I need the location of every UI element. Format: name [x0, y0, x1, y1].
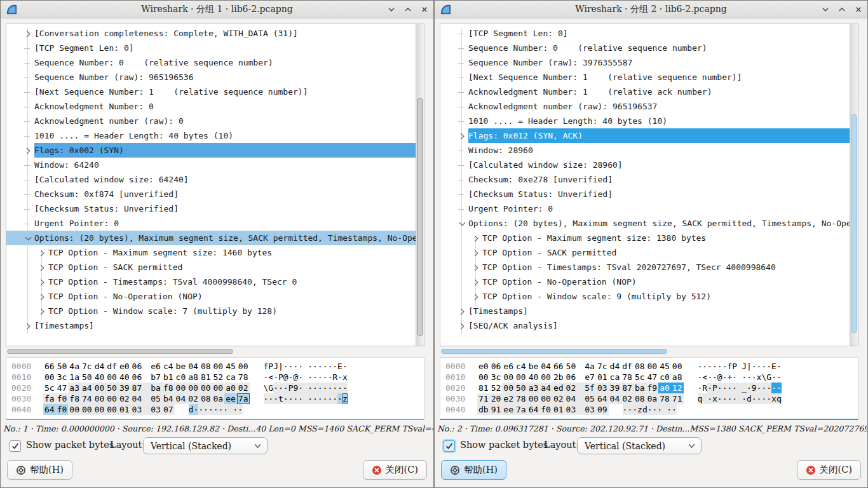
hex-byte[interactable]: 2b	[552, 372, 565, 383]
hex-byte[interactable]: 01	[552, 404, 565, 415]
ascii-char[interactable]: ·	[223, 404, 228, 415]
ascii-char[interactable]: ·	[761, 361, 766, 372]
ascii-char[interactable]: ·	[662, 404, 672, 415]
ascii-char[interactable]: P	[732, 361, 737, 372]
vertical-scrollbar[interactable]	[416, 24, 424, 346]
hex-byte[interactable]: 01	[118, 404, 131, 415]
hex-byte[interactable]: 00	[671, 361, 684, 372]
ascii-char[interactable]: ·	[722, 361, 728, 372]
ascii-char[interactable]: ·	[318, 361, 323, 372]
hex-byte[interactable]: e2	[502, 393, 515, 404]
ascii-char[interactable]: ·	[208, 404, 214, 415]
hex-byte[interactable]: 04	[131, 393, 144, 404]
hex-byte[interactable]: 0a	[646, 393, 659, 404]
hex-byte[interactable]: 03	[131, 404, 144, 415]
hex-byte[interactable]: a8	[187, 372, 200, 383]
ascii-char[interactable]: ·	[264, 372, 269, 383]
hex-byte[interactable]: be	[175, 361, 187, 372]
hex-byte[interactable]: 01	[596, 372, 609, 383]
ascii-char[interactable]: ·	[264, 393, 269, 404]
hex-byte[interactable]: b1	[162, 372, 175, 383]
ascii-char[interactable]: ·	[293, 393, 298, 404]
tree-row[interactable]: [Timestamps]	[440, 304, 850, 318]
horizontal-scrollbar[interactable]	[6, 348, 424, 355]
ascii-char[interactable]: P	[288, 383, 294, 393]
hex-byte[interactable]: c4	[162, 361, 175, 372]
tree-row[interactable]: Options: (20 bytes), Maximum segment siz…	[6, 231, 416, 245]
ascii-char[interactable]: ·	[732, 383, 737, 393]
hex-byte[interactable]: 00	[212, 361, 225, 372]
ascii-char[interactable]: ·	[318, 372, 323, 383]
ascii-char[interactable]: J	[273, 361, 278, 372]
tree-row[interactable]: TCP Option - SACK permitted	[6, 260, 416, 274]
packet-bytes-pane[interactable]: 000066504a7cd4dfe006e6c4be0408004500fPJ|…	[6, 357, 424, 420]
ascii-char[interactable]: ·	[323, 361, 328, 372]
hex-byte[interactable]: d4	[609, 361, 621, 372]
hex-byte[interactable]: 74	[81, 393, 93, 404]
ascii-char[interactable]: ·	[337, 383, 342, 393]
ascii-char[interactable]: J	[737, 361, 747, 372]
ascii-char[interactable]: ·	[313, 361, 318, 372]
hex-byte[interactable]: 04	[187, 361, 200, 372]
ascii-char[interactable]: d	[189, 404, 194, 415]
ascii-char[interactable]: ·	[707, 361, 712, 372]
hex-byte[interactable]: 00	[187, 383, 200, 393]
tree-row[interactable]: TCP Option - Timestamps: TSval 400099864…	[6, 274, 416, 289]
tree-row[interactable]: 1010 .... = Header Length: 40 bytes (10)	[440, 114, 850, 128]
ascii-char[interactable]: ·	[323, 393, 328, 404]
tree-row[interactable]: [SEQ/ACK analysis]	[440, 318, 850, 333]
ascii-char[interactable]: ·	[722, 372, 728, 383]
ascii-char[interactable]: ·	[342, 361, 348, 372]
ascii-char[interactable]: _	[737, 383, 747, 393]
packet-bytes-pane[interactable]: 0000e006e6c4be0466504a7cd4df08004500····…	[440, 357, 858, 420]
hex-byte[interactable]: f0	[56, 393, 69, 404]
ascii-char[interactable]: ·	[766, 393, 771, 404]
hex-byte[interactable]: 00	[68, 404, 81, 415]
ascii-char[interactable]: ·	[707, 372, 712, 383]
tree-row[interactable]: TCP Option - SACK permitted	[440, 245, 850, 260]
ascii-char[interactable]: ·	[228, 404, 238, 415]
ascii-char[interactable]: ·	[273, 372, 278, 383]
hex-byte[interactable]: ca	[609, 372, 621, 383]
ascii-char[interactable]: ·	[747, 372, 752, 383]
hex-byte[interactable]: 03	[596, 383, 609, 393]
hex-byte[interactable]: 00	[200, 383, 212, 393]
ascii-char[interactable]: ·	[737, 393, 747, 404]
hex-byte[interactable]: 04	[175, 393, 187, 404]
hex-byte[interactable]: 50	[565, 361, 578, 372]
hex-byte[interactable]: 00	[646, 361, 659, 372]
tree-row[interactable]: TCP Option - No-Operation (NOP)	[6, 289, 416, 304]
expander-collapsed-icon[interactable]	[24, 30, 32, 37]
hex-byte[interactable]: ca	[224, 372, 237, 383]
ascii-char[interactable]: ·	[318, 383, 323, 393]
hex-byte[interactable]: 4a	[68, 361, 81, 372]
hex-byte[interactable]: 05	[577, 393, 596, 404]
ascii-char[interactable]: ·	[757, 383, 762, 393]
ascii-char[interactable]: ·	[332, 393, 337, 404]
hex-byte[interactable]: 3c	[56, 372, 69, 383]
hex-byte[interactable]: ee	[502, 404, 515, 415]
hex-byte[interactable]: 87	[131, 383, 144, 393]
ascii-char[interactable]: ·	[776, 383, 782, 393]
hex-byte[interactable]: 40	[118, 372, 131, 383]
ascii-char[interactable]: ·	[761, 383, 766, 393]
hex-byte[interactable]: a0	[658, 383, 671, 393]
ascii-char[interactable]: G	[268, 383, 273, 393]
hex-byte[interactable]: 50	[81, 372, 93, 383]
hex-byte[interactable]: 66	[552, 361, 565, 372]
hex-byte[interactable]: 00	[502, 372, 515, 383]
hex-byte[interactable]: 00	[477, 372, 490, 383]
tree-row[interactable]: Sequence Number: 0 (relative sequence nu…	[6, 55, 416, 70]
ascii-char[interactable]: ·	[337, 393, 342, 404]
horizontal-scrollbar[interactable]	[440, 348, 858, 355]
ascii-char[interactable]: ·	[238, 404, 243, 415]
tree-row[interactable]: TCP Option - Window scale: 9 (multiply b…	[440, 289, 850, 304]
ascii-char[interactable]: P	[278, 372, 283, 383]
layout-dropdown[interactable]: Vertical (Stacked)	[143, 437, 268, 454]
ascii-char[interactable]: ·	[273, 393, 278, 404]
hex-byte[interactable]: df	[621, 361, 634, 372]
tree-row[interactable]: Urgent Pointer: 0	[440, 201, 850, 216]
ascii-char[interactable]: ·	[752, 361, 757, 372]
ascii-char[interactable]: P	[712, 383, 717, 393]
ascii-char[interactable]: ·	[303, 372, 313, 383]
